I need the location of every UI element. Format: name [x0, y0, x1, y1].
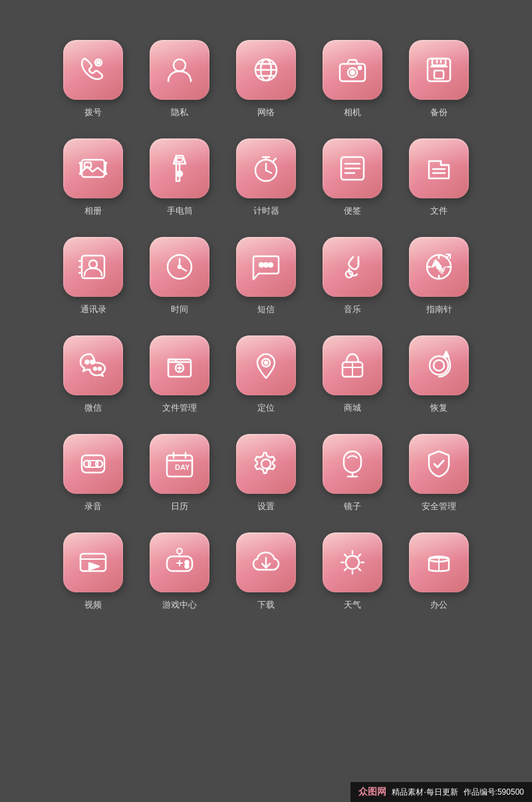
- svg-line-100: [358, 568, 360, 570]
- timer-icon: [248, 150, 284, 186]
- security-icon-box[interactable]: [409, 434, 469, 494]
- icon-item-sms[interactable]: 短信: [229, 237, 303, 315]
- shop-icon: [334, 347, 370, 383]
- settings-label: 设置: [257, 501, 275, 512]
- svg-point-92: [186, 565, 189, 568]
- filemanager-icon: [162, 347, 198, 383]
- filemanager-icon-box[interactable]: [150, 335, 209, 395]
- svg-point-44: [264, 263, 268, 267]
- icon-item-settings[interactable]: 设置: [229, 434, 303, 512]
- icon-item-wechat[interactable]: 微信: [57, 335, 130, 414]
- timer-icon-box[interactable]: [236, 138, 296, 198]
- icon-item-music[interactable]: 音乐: [316, 237, 389, 315]
- privacy-label: 隐私: [171, 106, 188, 118]
- icon-item-games[interactable]: 游戏中心: [143, 532, 216, 611]
- settings-icon-box[interactable]: [236, 434, 296, 494]
- weather-icon-box[interactable]: [323, 532, 382, 592]
- watermark-logo: 众图网: [358, 786, 386, 798]
- svg-point-54: [94, 367, 96, 370]
- notes-icon: [334, 150, 370, 186]
- album-icon-box[interactable]: [63, 138, 123, 198]
- camera-icon-box[interactable]: [323, 40, 382, 100]
- phone-icon-box[interactable]: [63, 40, 123, 100]
- phone-icon: [75, 52, 111, 88]
- settings-icon: [248, 446, 284, 482]
- office-icon: [421, 544, 457, 580]
- location-icon-box[interactable]: [236, 335, 296, 395]
- icon-item-album[interactable]: 相册: [57, 138, 130, 217]
- icon-item-filemanager[interactable]: 文件管理: [143, 335, 216, 414]
- icon-item-video[interactable]: 视频: [57, 532, 130, 611]
- music-label: 音乐: [344, 303, 361, 315]
- album-label: 相册: [84, 205, 102, 217]
- icon-item-files[interactable]: 文件: [402, 138, 475, 217]
- svg-point-45: [269, 263, 273, 267]
- compass-icon-box[interactable]: [409, 237, 469, 297]
- icon-item-shop[interactable]: 商城: [316, 335, 389, 414]
- network-icon: [248, 52, 284, 88]
- svg-point-87: [177, 548, 182, 554]
- icon-item-compass[interactable]: 指南针: [402, 237, 475, 315]
- contacts-icon-box[interactable]: [63, 237, 123, 297]
- icon-item-restore[interactable]: 恢复: [402, 335, 475, 414]
- backup-icon: [421, 52, 457, 88]
- privacy-icon-box[interactable]: [150, 40, 209, 100]
- flashlight-label: 手电筒: [167, 205, 193, 217]
- office-icon-box[interactable]: [409, 532, 469, 592]
- wechat-icon-box[interactable]: [63, 335, 123, 395]
- files-icon-box[interactable]: [409, 138, 469, 198]
- music-icon-box[interactable]: [323, 237, 382, 297]
- icon-item-camera[interactable]: 相机: [316, 40, 389, 118]
- svg-line-99: [344, 554, 346, 556]
- flashlight-icon-box[interactable]: [150, 138, 209, 198]
- svg-point-70: [96, 461, 102, 467]
- video-icon-box[interactable]: [63, 532, 123, 592]
- svg-point-52: [86, 361, 89, 364]
- network-icon-box[interactable]: [236, 40, 296, 100]
- svg-point-42: [178, 266, 181, 268]
- compass-icon: [421, 249, 457, 285]
- shop-icon-box[interactable]: [323, 335, 382, 395]
- clock-icon: [162, 249, 198, 285]
- calendar-icon-box[interactable]: DAY: [150, 434, 209, 494]
- svg-rect-68: [82, 455, 104, 473]
- svg-point-53: [91, 361, 94, 364]
- svg-point-79: [261, 459, 271, 469]
- icon-item-security[interactable]: 安全管理: [402, 434, 475, 512]
- icon-item-download[interactable]: 下载: [229, 532, 303, 611]
- recorder-icon-box[interactable]: [63, 434, 123, 494]
- download-icon-box[interactable]: [236, 532, 296, 592]
- icon-item-calendar[interactable]: DAY 日历: [143, 434, 216, 512]
- icon-item-office[interactable]: 办公: [402, 532, 475, 611]
- icon-item-contacts[interactable]: 通讯录: [57, 237, 130, 315]
- icon-item-flashlight[interactable]: 手电筒: [143, 138, 216, 217]
- wechat-icon: [75, 347, 111, 383]
- album-icon: [75, 150, 111, 186]
- restore-icon-box[interactable]: [409, 335, 469, 395]
- icon-item-notes[interactable]: 便签: [316, 138, 389, 217]
- icon-item-clock[interactable]: 时间: [143, 237, 216, 315]
- icon-item-backup[interactable]: 备份: [402, 40, 475, 118]
- mirror-icon-box[interactable]: [323, 434, 382, 494]
- backup-icon-box[interactable]: [409, 40, 469, 100]
- icon-item-recorder[interactable]: 录音: [57, 434, 130, 512]
- icon-item-privacy[interactable]: 隐私: [143, 40, 216, 118]
- icon-item-network[interactable]: 网络: [229, 40, 303, 118]
- icon-item-weather[interactable]: 天气: [316, 532, 389, 611]
- icon-item-mirror[interactable]: 镜子: [316, 434, 389, 512]
- svg-point-65: [430, 356, 448, 375]
- icon-item-timer[interactable]: 计时器: [229, 138, 303, 217]
- svg-point-2: [174, 59, 186, 71]
- icons-grid: 拨号 隐私 网络: [57, 40, 475, 611]
- notes-icon-box[interactable]: [323, 138, 382, 198]
- shop-label: 商城: [344, 402, 361, 414]
- icon-item-location[interactable]: 定位: [229, 335, 303, 414]
- calendar-label: 日历: [171, 501, 188, 512]
- download-label: 下载: [257, 599, 275, 611]
- svg-point-20: [176, 158, 183, 162]
- games-icon-box[interactable]: [150, 532, 209, 592]
- phone-label: 拨号: [84, 106, 102, 118]
- clock-icon-box[interactable]: [150, 237, 209, 297]
- icon-item-phone[interactable]: 拨号: [57, 40, 130, 118]
- sms-icon-box[interactable]: [236, 237, 296, 297]
